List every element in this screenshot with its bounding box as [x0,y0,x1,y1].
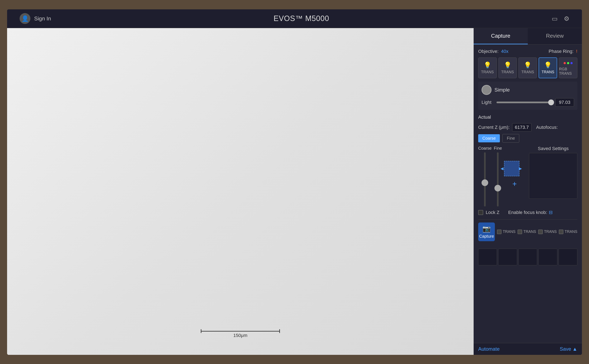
rgb-red-icon: ● [563,60,566,66]
saved-settings-label: Saved Settings [529,146,577,151]
channel-check-trans1: TRANS [497,230,516,234]
current-z-row: Current Z (μm): 6173.7 Autofocus: Coarse… [478,123,577,143]
phase-ring-warning-icon: ! [576,49,577,54]
title-bar-left: 👤 Sign In [20,13,51,24]
channel-check-label-3: TRANS [544,230,557,234]
thumb-cell-1[interactable] [478,249,497,265]
channel-check-box-2[interactable] [517,230,522,234]
simple-section: Simple Light 97.03 [478,82,577,110]
bulb-icon-1: 💡 [484,61,491,69]
autofocus-label: Autofocus: [536,125,558,130]
bottom-actions: Automate Save ▲ [474,343,582,355]
stage-and-plus: ◄ ► + [504,146,525,188]
fine-slider-thumb[interactable] [494,185,501,191]
light-label: Light [482,100,494,105]
panel-body: Objective: 40x Phase Ring: ! 💡 TRANS 💡 T… [474,45,582,343]
simple-label: Simple [494,87,510,93]
channel-label-rgb: RGB TRANS [559,67,577,76]
tab-review[interactable]: Review [528,28,582,44]
light-value[interactable]: 97.03 [555,98,574,107]
windows-icon[interactable]: ▭ [552,15,557,22]
app-window: 👤 Sign In EVOS™ M5000 ▭ ⚙ 150μm Capture [7,9,582,355]
bulb-icon-2: 💡 [504,61,511,69]
thumb-cell-5[interactable] [559,249,577,265]
capture-row: 📷 Capture TRANS TRANS TRANS [478,219,577,244]
objective-value[interactable]: 40x [501,49,508,54]
saved-settings-area [529,153,577,199]
mini-stage-container: ◄ ► [504,156,525,176]
coarse-slider-container[interactable] [481,152,489,207]
channel-check-box-4[interactable] [559,230,563,234]
channel-btn-trans1[interactable]: 💡 TRANS [478,58,497,78]
focus-sliders-area: Coarse Fine [478,146,577,207]
panel-tabs: Capture Review [474,28,582,45]
objective-label: Objective: [478,49,499,54]
coarse-label: Coarse [478,146,491,151]
settings-icon[interactable]: ⚙ [564,15,569,22]
actual-label: Actual [478,114,491,120]
coarse-slider-thumb[interactable] [482,179,488,186]
automate-button[interactable]: Automate [478,346,500,352]
add-saved-setting-button[interactable]: + [512,180,517,188]
light-slider-track[interactable] [496,102,553,103]
rgb-green-icon: ● [567,60,570,66]
light-slider-thumb[interactable] [548,99,554,105]
sign-in-label[interactable]: Sign In [34,15,51,22]
app-title: EVOS™ M5000 [273,14,329,23]
title-bar-right: ▭ ⚙ [552,15,569,22]
stage-arrow-left-icon[interactable]: ◄ [499,166,504,171]
save-chevron-icon: ▲ [572,346,577,352]
focus-knob-icon[interactable]: ⊟ [549,210,553,215]
rgb-icons: ● ● ● [563,60,573,66]
channel-btn-trans4[interactable]: 💡 TRANS [539,58,557,78]
channel-label-2: TRANS [501,70,514,74]
channel-check-label-2: TRANS [523,230,536,234]
channel-check-box-1[interactable] [497,230,502,234]
channel-check-trans2: TRANS [517,230,536,234]
channel-btn-trans3[interactable]: 💡 TRANS [518,58,537,78]
channel-check-label-4: TRANS [565,230,577,234]
channel-buttons: 💡 TRANS 💡 TRANS 💡 TRANS 💡 TRANS [478,58,577,78]
fine-slider-track [497,152,499,207]
lock-z-label: Lock Z [486,210,499,215]
channel-label-1: TRANS [481,70,494,74]
title-bar: 👤 Sign In EVOS™ M5000 ▭ ⚙ [7,9,582,28]
scale-bar: 150μm [201,331,280,338]
right-panel: Capture Review Objective: 40x Phase Ring… [474,28,582,355]
coarse-focus-column: Coarse [478,146,491,207]
bulb-icon-4: 💡 [544,61,552,69]
main-content: 150μm Capture Review Objective: 40x [7,28,582,355]
enable-focus-knob-label: Enable focus knob: ⊟ [508,210,553,215]
light-row: Light 97.03 [482,98,574,107]
camera-icon: 📷 [482,225,491,233]
current-z-value[interactable]: 6173.7 [512,123,531,131]
viewport-inner: 150μm [7,28,474,355]
fine-slider-container[interactable] [494,152,502,207]
thumb-cell-2[interactable] [498,249,517,265]
autofocus-fine-button[interactable]: Fine [502,134,519,143]
stage-arrow-right-icon[interactable]: ► [518,166,523,171]
scale-line [201,331,280,332]
user-avatar-icon[interactable]: 👤 [20,13,30,24]
saved-settings-section: Saved Settings [529,146,577,199]
thumb-cell-3[interactable] [518,249,537,265]
objective-row: Objective: 40x Phase Ring: ! [478,49,577,54]
thumbnail-grid [478,247,577,266]
simple-toggle[interactable] [482,85,491,95]
save-button[interactable]: Save ▲ [560,346,577,352]
scale-label: 150μm [233,333,247,338]
lock-z-checkbox[interactable] [478,210,483,215]
channel-btn-rgbtrans[interactable]: ● ● ● RGB TRANS [559,58,577,78]
capture-button[interactable]: 📷 Capture [478,222,495,241]
channel-label-3: TRANS [521,70,534,74]
phase-ring-label: Phase Ring: [549,49,574,54]
channel-btn-trans2[interactable]: 💡 TRANS [498,58,517,78]
thumb-cell-4[interactable] [538,249,557,265]
channel-check-box-3[interactable] [538,230,543,234]
mini-stage-box[interactable]: ► [504,161,519,176]
viewport-area: 150μm [7,28,474,355]
channel-check-trans4: TRANS [559,230,577,234]
actual-section: Actual [478,114,577,120]
autofocus-coarse-button[interactable]: Coarse [478,134,500,142]
tab-capture[interactable]: Capture [474,28,528,44]
